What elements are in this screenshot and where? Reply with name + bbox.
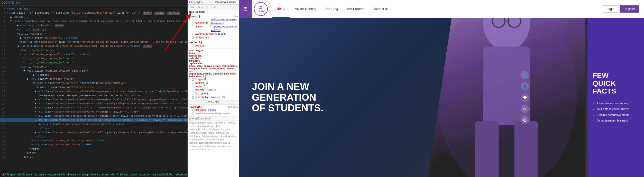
code-toolbar: DOCTYPE html — [0, 0, 188, 6]
code-line: 6 <!-- _mfn_hook_top--> — [0, 28, 188, 32]
code-line: 29 ▶ <div class="section_wrapper mcb-sec… — [0, 122, 188, 126]
checkbox-position[interactable] — [192, 45, 194, 47]
checkbox-bg-image[interactable] — [192, 24, 194, 26]
hero-person-image — [428, 18, 585, 177]
facts-item-1: A new student community — [593, 100, 639, 106]
code-line: 11 <!-- _mfn_hook_top--> — [0, 48, 188, 52]
code-line: 25 ▶ <div class="section mcb-section-4cb… — [0, 106, 188, 110]
styles-body[interactable]: This Element element { inline background… — [188, 10, 239, 177]
filter-plus[interactable]: + — [202, 6, 204, 9]
css-selector: .section 0 { — [189, 41, 202, 44]
filter-icons: ⊙ ☽ — [206, 5, 212, 9]
code-line: 12 <div id="header_wrapper" class="">...… — [0, 52, 188, 57]
css-prop-row: padding : 0; — [192, 81, 238, 85]
checkbox-bg-color[interactable] — [192, 36, 194, 39]
nav-right: Login Register — [603, 5, 639, 13]
checkbox-margin[interactable] — [192, 78, 194, 81]
hamburger-button[interactable]: ☰ — [239, 0, 252, 18]
code-toolbar-title: DOCTYPE html — [2, 1, 20, 4]
css-rule-element: element { inline background-image : url(… — [188, 14, 239, 40]
power-icon[interactable]: ⏻ — [521, 116, 529, 124]
hero-icons: 🌐 👤 💬 ✉ ⏻ — [521, 71, 529, 124]
code-line: 24 ▶ <div class="section mcb-section-9e0… — [0, 102, 188, 106]
code-line: 7 <div id="wrapper"> — [0, 32, 188, 36]
warn-icon: ⚠ — [229, 112, 232, 115]
login-button[interactable]: Login — [603, 5, 618, 13]
checkbox-bg-repeat[interactable] — [192, 33, 194, 35]
site-main: JOIN A NEW GENERATION OF STUDENTS. 🌐 👤 💬… — [239, 18, 644, 177]
logo-circle: My Uni House — [254, 2, 268, 16]
code-line: 26 ▶ <div class="section mcb-section-e2c… — [0, 110, 188, 114]
code-line: 21 ▶ <div class="section mcb-section-6e1… — [0, 89, 188, 94]
dimension-display: 792 × 383 — [188, 100, 239, 105]
checkbox-font-size[interactable] — [192, 89, 194, 91]
css-selector: html, body, diframe, li,blockquote,code,… — [189, 49, 238, 78]
hero-bg: JOIN A NEW GENERATION OF STUDENTS. 🌐 👤 💬… — [239, 18, 587, 177]
filter-styles-label: Filter Styles — [189, 1, 203, 4]
facts-sidebar: FEW QUICK FACTS A new student community … — [587, 18, 644, 177]
code-line: 30 </div> — [0, 126, 188, 131]
nav-item-private-renting[interactable]: Private Renting — [290, 0, 321, 18]
css-prop-row: vertical-align : baseline; ⓘ — [192, 96, 238, 99]
checkbox-webkit-smooth[interactable] — [192, 113, 194, 115]
nav-item-forums[interactable]: The Forums — [342, 0, 369, 18]
tab-filter-styles[interactable]: Filter Styles — [188, 0, 204, 4]
code-line: 31 ▶ <div class="section mcb-section-d31… — [0, 131, 188, 135]
code-line: 32 </div> — [0, 135, 188, 139]
code-breadcrumb: div#Wrapper › div#Content › div.content_… — [0, 172, 188, 177]
nav-item-home[interactable]: Home — [272, 0, 290, 18]
this-element-header: This Element — [188, 10, 239, 14]
css-source-be: be.css:18 — [228, 106, 238, 108]
code-line: 27 ▶ <div class="section mcb-section-7bc… — [0, 114, 188, 118]
css-prop-row: font : inherit; — [192, 92, 238, 96]
panel-tabs-row: Filter Styles Pseudo-elements — [188, 0, 239, 5]
code-line: 18 ▼ <div class="sections_group"> — [0, 77, 188, 81]
css-prop-row: background-rep : no-repeat; — [192, 32, 238, 36]
css-props: box-sizing : inherit; -webkit-font-smoot… — [189, 108, 238, 115]
css-props: margin : 0; padding : 0; border : — [189, 78, 238, 99]
code-line: 9 <header id="gm-64086fc68943" class="gm… — [0, 40, 188, 44]
code-line: 1 <!DOCTYPE html> — [0, 7, 188, 11]
code-content[interactable]: 1 <!DOCTYPE html> 2 <html class="js" ite… — [0, 6, 188, 172]
website-preview: ☰ My Uni House Home Private Renting The … — [239, 0, 644, 177]
facts-item-4: An independent business — [593, 118, 639, 123]
user-icon[interactable]: 👤 — [521, 82, 529, 90]
nav-item-blog[interactable]: The Blog — [321, 0, 342, 18]
facts-title: FEW QUICK FACTS — [593, 72, 639, 95]
filter-hov[interactable]: :hov — [189, 6, 194, 9]
code-line: 5 ▶ <header>...</header> event — [0, 23, 188, 28]
globe-icon[interactable]: 🌐 — [521, 71, 529, 79]
checkbox-padding[interactable] — [192, 82, 194, 84]
facts-item-3: Credible alternative media — [593, 112, 639, 118]
filter-close-icon[interactable]: ✕ — [214, 6, 216, 9]
code-line: 3 ▶ <head>... — [0, 15, 188, 19]
code-line: 17 ▶ ::before — [0, 73, 188, 77]
pseudo-elements-tab[interactable]: Pseudo-elements — [213, 0, 238, 4]
css-selector-line: html, body, diframe, li,blockquote,code,… — [189, 49, 238, 78]
css-prop-row: -webkit-font-smoothing : unset; ⚠ — [192, 112, 238, 115]
register-button[interactable]: Register — [620, 5, 639, 13]
send-icon[interactable]: ✉ — [521, 105, 529, 113]
chat-icon[interactable]: 💬 — [521, 94, 529, 102]
devtools-styles-panel: Filter Styles Pseudo-elements :hov .cls … — [188, 0, 239, 177]
css-prop-row: margin : 0; — [192, 78, 238, 81]
nav-item-contact[interactable]: Contact us — [369, 0, 393, 18]
css-selector-line: *, ::before { be.css:18 — [189, 105, 238, 108]
nav-links: Home Private Renting The Blog The Forums… — [272, 0, 603, 18]
code-line: 20 ▼ <div class="mfn-builder-content"> — [0, 85, 188, 89]
site-logo: My Uni House — [252, 0, 270, 18]
checkbox-border[interactable] — [192, 86, 194, 88]
code-line: 34 <div class="section section-footer"><… — [0, 143, 188, 147]
css-prop-row: position : ; — [192, 44, 238, 48]
filter-cls[interactable]: .cls — [196, 6, 200, 9]
facts-list: A new student community Your data is you… — [593, 100, 639, 123]
code-line: 8 ▶ <style type="text/css">...</style> — [0, 36, 188, 40]
facts-item-2: Your data is yours, always — [593, 106, 639, 112]
checkbox-box-sizing[interactable] — [192, 109, 194, 111]
checkbox-font[interactable] — [192, 93, 194, 95]
checkbox-vertical-align[interactable] — [192, 96, 194, 99]
inherited-props: body, ul.timeline_items .icon_box a inli… — [188, 121, 239, 152]
css-rule-section: .section 0 { position : ; — [188, 40, 239, 49]
code-line: 22 background-repeat:no-repeat;backgroun… — [0, 94, 188, 98]
code-line-highlighted[interactable]: 28 == $0 <div class="section mcb-section… — [0, 118, 188, 122]
